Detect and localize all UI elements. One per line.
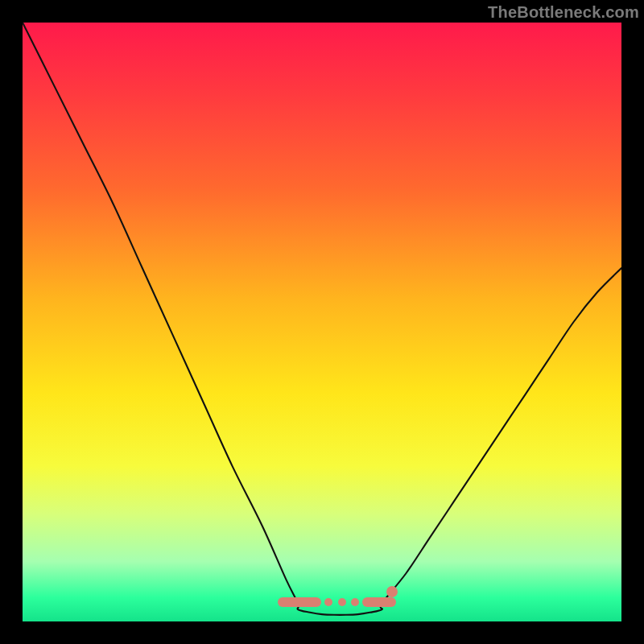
curve-path [23, 23, 621, 615]
stage: TheBottleneck.com [0, 0, 644, 644]
gradient-panel [23, 23, 621, 621]
watermark-text: TheBottleneck.com [488, 3, 639, 22]
bottleneck-curve [23, 23, 621, 621]
